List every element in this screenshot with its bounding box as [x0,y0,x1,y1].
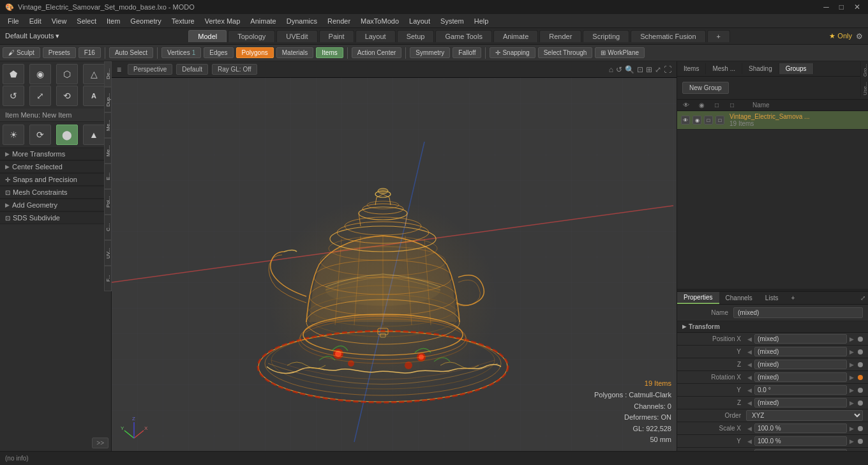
tool-cylinder[interactable]: ⬡ [56,64,78,84]
pos-z-left-arrow[interactable]: ◀ [746,362,753,368]
titlebar-controls[interactable]: ─ □ ✕ [821,3,863,11]
side-tab-me1[interactable]: Me... [104,112,112,138]
vp-icon-orbit[interactable]: ↺ [616,65,622,74]
menu-select[interactable]: Select [71,16,101,26]
tab-add[interactable]: + [707,30,730,42]
scale-y-input[interactable] [754,436,847,446]
rot-x-input[interactable] [754,372,847,382]
menu-item[interactable]: Item [101,16,125,26]
vp-icon-settings2[interactable]: ⊞ [646,65,652,74]
tab-render[interactable]: Render [539,30,581,42]
props-tab-channels[interactable]: Channels [719,293,759,303]
tab-game-tools[interactable]: Game Tools [435,30,492,42]
tab-setup[interactable]: Setup [397,30,435,42]
tool-move[interactable]: ⬟ [3,64,24,84]
scale-x-left-arrow[interactable]: ◀ [746,425,753,432]
viewport-canvas[interactable]: 19 Items Polygons : Catmull-Clark Channe… [112,78,677,451]
props-tab-add[interactable]: + [784,293,801,303]
perspective-button[interactable]: Perspective [128,64,172,75]
tab-uvedit[interactable]: UVEdit [276,30,317,42]
group-render-icon[interactable]: ◉ [692,116,701,125]
layouts-dropdown[interactable]: Default Layouts ▾ [0,32,89,40]
scale-y-right-arrow[interactable]: ▶ [848,438,855,445]
side-tab-e[interactable]: E... [104,164,112,189]
action-center-button[interactable]: Action Center [352,47,402,58]
pos-x-left-arrow[interactable]: ◀ [746,336,753,342]
tab-animate[interactable]: Animate [493,30,538,42]
expand-props-icon[interactable]: ⤢ [858,294,868,301]
side-strip-use[interactable]: Use... [861,79,868,98]
pos-y-left-arrow[interactable]: ◀ [746,349,753,355]
tool-sphere[interactable]: ◉ [29,64,51,84]
sculpt-button[interactable]: 🖌 Sculpt [3,47,40,58]
scale-z-left-arrow[interactable]: ◀ [746,451,753,452]
menu-view[interactable]: View [47,16,72,26]
item-menu[interactable]: Item Menu: New Item [0,109,111,122]
falloff-button[interactable]: Falloff [453,47,481,58]
side-tab-de[interactable]: De... [104,61,112,87]
tab-items[interactable]: Items [677,63,706,74]
menu-vertex-map[interactable]: Vertex Map [200,16,246,26]
side-tab-c[interactable]: C... [104,215,112,240]
new-group-button[interactable]: New Group [682,82,729,94]
snaps-precision-section[interactable]: ✛ Snaps and Precision [0,173,111,186]
side-tab-uv[interactable]: UV... [104,240,112,266]
menu-texture[interactable]: Texture [167,16,200,26]
items-button[interactable]: Items [316,47,343,58]
rot-x-right-arrow[interactable]: ▶ [848,374,855,381]
props-tab-properties[interactable]: Properties [677,292,719,304]
pos-z-right-arrow[interactable]: ▶ [848,362,855,368]
tab-model[interactable]: Model [188,30,227,42]
menu-render[interactable]: Render [322,16,355,26]
star-only-button[interactable]: ★ Only [829,32,852,40]
vp-icon-settings1[interactable]: ⊡ [637,65,643,74]
edges-button[interactable]: Edges [204,47,233,58]
menu-file[interactable]: File [3,16,24,26]
tool-sphere2[interactable]: ⬤ [56,125,78,145]
add-geometry-section[interactable]: ▶ Add Geometry [0,199,111,211]
rot-y-input[interactable] [754,385,847,395]
name-input[interactable] [733,307,863,318]
mesh-constraints-section[interactable]: ⊡ Mesh Constraints [0,186,111,199]
shading-button[interactable]: Default [176,64,208,75]
menu-edit[interactable]: Edit [24,16,47,26]
tool-scale[interactable]: ⤢ [29,86,51,106]
tool-tri2[interactable]: ▲ [83,125,105,145]
menu-geometry[interactable]: Geometry [125,16,166,26]
pos-x-input[interactable] [754,334,847,344]
scale-z-right-arrow[interactable]: ▶ [848,451,855,452]
minimize-button[interactable]: ─ [821,3,832,11]
snapping-button[interactable]: ✛ Snapping [490,47,535,58]
scale-y-left-arrow[interactable]: ◀ [746,438,753,445]
maximize-button[interactable]: □ [837,3,846,11]
workplane-button[interactable]: ⊞ WorkPlane [595,47,645,58]
scale-z-input[interactable] [754,449,847,451]
vp-icon-zoom-in[interactable]: 🔍 [625,65,634,74]
group-lock2-icon[interactable]: □ [715,116,724,125]
tool-text[interactable]: A [83,86,105,106]
side-tab-dup[interactable]: Dup... [104,87,112,112]
polygons-button[interactable]: Polygons [236,47,274,58]
render-mode-button[interactable]: Ray GL: Off [212,64,257,75]
vp-icon-expand[interactable]: ⤢ [655,65,661,74]
tool-triangle[interactable]: △ [83,64,105,84]
side-tab-f[interactable]: F... [104,266,112,291]
side-tab-me2[interactable]: Me... [104,138,112,164]
rot-z-input[interactable] [754,398,847,408]
group-visibility-icon[interactable]: 👁 [681,116,690,125]
tab-mesh[interactable]: Mesh ... [706,63,742,74]
rot-z-left-arrow[interactable]: ◀ [746,400,753,406]
auto-select-button[interactable]: Auto Select [109,47,153,58]
tab-layout[interactable]: Layout [355,30,396,42]
props-tab-lists[interactable]: Lists [759,293,785,303]
pos-z-input[interactable] [754,360,847,369]
rot-z-right-arrow[interactable]: ▶ [848,400,855,406]
menu-dynamics[interactable]: Dynamics [281,16,322,26]
scale-x-input[interactable] [754,423,847,433]
tab-paint[interactable]: Paint [319,30,354,42]
select-through-button[interactable]: Select Through [538,47,593,58]
tab-scripting[interactable]: Scripting [583,30,629,42]
menu-layout[interactable]: Layout [404,16,435,26]
presets-button[interactable]: Presets [43,47,76,58]
menu-animate[interactable]: Animate [245,16,281,26]
